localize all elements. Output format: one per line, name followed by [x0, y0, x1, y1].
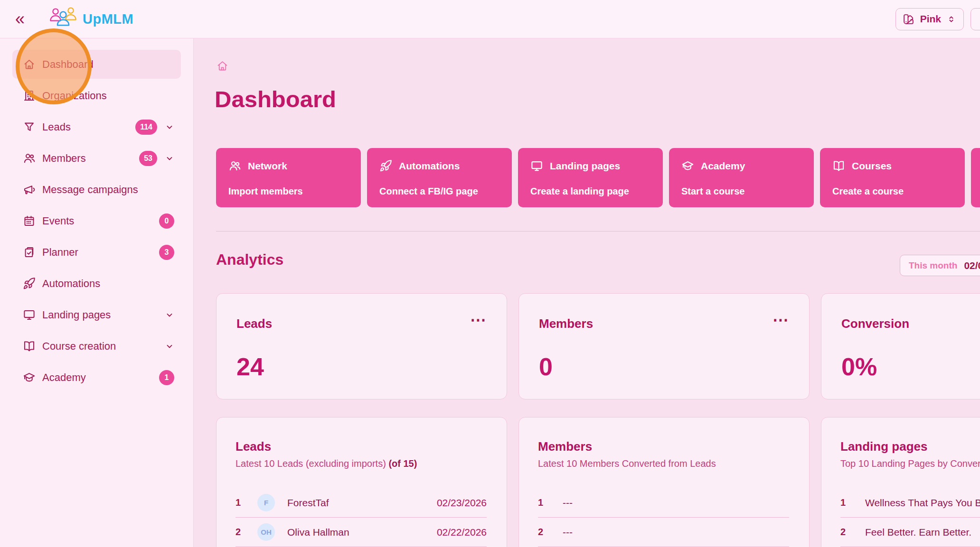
- chevron-down-icon[interactable]: [165, 342, 174, 351]
- stat-card-conversion: Conversion ⋯ 0%: [821, 293, 980, 399]
- sidebar-item-label: Dashboard: [42, 58, 94, 71]
- top-bar: « UpMLM Pink: [0, 0, 980, 38]
- quick-action-title: Landing pages: [550, 160, 620, 172]
- swatch-book-icon: [903, 13, 914, 25]
- sidebar-item-landing-pages[interactable]: Landing pages: [12, 300, 181, 329]
- quick-action-subtitle: Start a course: [681, 186, 801, 197]
- home-icon: [23, 58, 36, 71]
- theme-selector[interactable]: Pink: [895, 8, 964, 30]
- list-title: Leads: [236, 439, 487, 454]
- row-number: 1: [538, 497, 549, 508]
- stat-title: Conversion: [841, 316, 909, 331]
- period-value: 02/0: [964, 260, 980, 271]
- lead-name: ForestTaf: [287, 497, 329, 509]
- list-item[interactable]: 2 Feel Better. Earn Better.: [840, 518, 980, 547]
- more-menu-icon[interactable]: ⋯: [773, 316, 789, 323]
- stat-value: 0: [539, 352, 789, 381]
- count-badge: 53: [139, 151, 157, 166]
- chevron-down-icon[interactable]: [165, 310, 174, 320]
- stat-card-leads: Leads ⋯ 24: [216, 293, 507, 399]
- sidebar-item-leads[interactable]: Leads 114: [12, 112, 181, 141]
- main-content: Dashboard Network Import members Automat…: [194, 38, 980, 547]
- sidebar-item-label: Members: [42, 152, 86, 165]
- row-number: 1: [236, 497, 247, 508]
- clipboard-check-icon: [23, 246, 36, 259]
- graduation-cap-icon: [23, 371, 36, 384]
- member-name: ---: [563, 497, 573, 509]
- chevron-up-down-icon: [947, 15, 956, 24]
- sidebar-collapse-icon[interactable]: «: [15, 10, 25, 28]
- quick-action-subtitle: Create a course: [832, 186, 952, 197]
- row-number: 2: [840, 527, 852, 538]
- count-badge: 1: [159, 370, 174, 385]
- sidebar-item-label: Events: [42, 215, 74, 227]
- leads-list-card: Leads Latest 10 Leads (excluding imports…: [216, 417, 507, 547]
- sidebar-item-academy[interactable]: Academy 1: [12, 363, 181, 392]
- list-item[interactable]: 2 ---: [538, 518, 789, 547]
- graduation-cap-icon: [681, 159, 694, 172]
- period-label: This month: [909, 260, 957, 271]
- sidebar-item-events[interactable]: Events 0: [12, 206, 181, 235]
- funnel-icon: [23, 121, 36, 133]
- chevron-down-icon[interactable]: [165, 154, 174, 163]
- list-item[interactable]: 1 Wellness That Pays You Back: [840, 488, 980, 518]
- sidebar-item-course-creation[interactable]: Course creation: [12, 332, 181, 361]
- list-subtitle-text: Latest 10 Leads (excluding imports): [236, 458, 388, 469]
- list-item[interactable]: 1 F ForestTaf 02/23/2026: [236, 488, 487, 518]
- sidebar-item-organizations[interactable]: Organizations: [12, 81, 181, 110]
- sidebar-item-label: Automations: [42, 278, 100, 290]
- breadcrumb-home-icon[interactable]: [216, 59, 229, 72]
- section-divider: [216, 231, 980, 232]
- list-item[interactable]: 1 ---: [538, 488, 789, 518]
- monitor-icon: [530, 159, 543, 172]
- quick-action-landing-pages[interactable]: Landing pages Create a landing page: [518, 148, 663, 207]
- building-icon: [23, 89, 36, 102]
- chevron-down-icon[interactable]: [165, 122, 174, 132]
- list-title: Landing pages: [840, 439, 980, 454]
- sidebar-item-planner[interactable]: Planner 3: [12, 238, 181, 267]
- quick-action-title: Academy: [701, 160, 745, 172]
- lists-row: Leads Latest 10 Leads (excluding imports…: [216, 417, 980, 547]
- monitor-icon: [23, 308, 36, 321]
- avatar: F: [257, 494, 275, 511]
- stats-row: Leads ⋯ 24 Members ⋯ 0 Conversion ⋯ 0%: [216, 293, 980, 399]
- list-item[interactable]: 2 OH Oliva Hallman 02/22/2026: [236, 518, 487, 547]
- list-subtitle-bold: (of 15): [388, 458, 417, 469]
- quick-action-clipped[interactable]: C: [971, 148, 980, 207]
- list-title: Members: [538, 439, 789, 454]
- quick-action-academy[interactable]: Academy Start a course: [669, 148, 814, 207]
- stat-value: 0%: [841, 352, 980, 381]
- quick-action-subtitle: Import members: [228, 186, 349, 197]
- count-badge: 0: [159, 213, 174, 229]
- rocket-icon: [23, 277, 36, 290]
- quick-action-network[interactable]: Network Import members: [216, 148, 361, 207]
- sidebar-item-members[interactable]: Members 53: [12, 144, 181, 173]
- quick-action-subtitle: Create a landing page: [530, 186, 650, 197]
- upmlm-logo-icon: [48, 7, 78, 31]
- more-menu-icon[interactable]: ⋯: [470, 316, 487, 323]
- row-number: 2: [236, 527, 247, 538]
- quick-action-automations[interactable]: Automations Connect a FB/IG page: [367, 148, 512, 207]
- book-open-icon: [832, 159, 845, 172]
- sidebar-item-label: Course creation: [42, 340, 116, 352]
- lead-date: 02/23/2026: [437, 497, 487, 509]
- members-list-card: Members Latest 10 Members Converted from…: [518, 417, 810, 547]
- sidebar-item-message-campaigns[interactable]: Message campaigns: [12, 175, 181, 204]
- analytics-heading: Analytics: [216, 251, 283, 269]
- quick-action-courses[interactable]: Courses Create a course: [820, 148, 965, 207]
- calendar-icon: [23, 214, 36, 227]
- avatar: OH: [257, 523, 275, 541]
- lead-name: Oliva Hallman: [287, 527, 349, 538]
- clipped-toolbar-button[interactable]: [971, 8, 980, 30]
- brand-logo[interactable]: UpMLM: [48, 7, 133, 31]
- sidebar-item-automations[interactable]: Automations: [12, 269, 181, 298]
- sidebar-item-dashboard[interactable]: Dashboard: [12, 50, 181, 79]
- sidebar-item-label: Message campaigns: [42, 184, 138, 196]
- sidebar: Dashboard Organizations Leads 114 Member…: [0, 38, 194, 547]
- quick-action-title: Network: [248, 160, 287, 172]
- quick-action-subtitle: Connect a FB/IG page: [379, 186, 499, 197]
- quick-action-title: Automations: [399, 160, 460, 172]
- period-selector[interactable]: This month 02/0: [900, 255, 980, 276]
- count-badge: 114: [135, 120, 157, 135]
- quick-action-title: Courses: [852, 160, 892, 172]
